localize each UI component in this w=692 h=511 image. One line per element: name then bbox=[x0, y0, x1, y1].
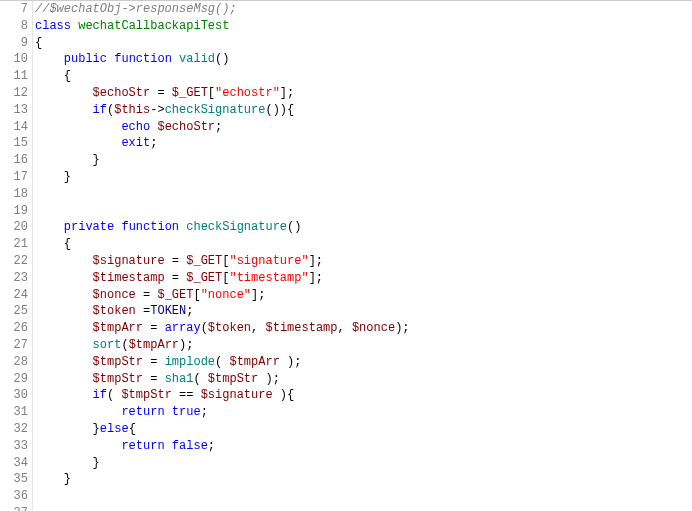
token-txt bbox=[35, 220, 64, 234]
token-txt: == bbox=[172, 388, 201, 402]
code-line: $nonce = $_GET["nonce"]; bbox=[35, 287, 692, 304]
line-number: 28 bbox=[0, 354, 28, 371]
token-kw: public bbox=[64, 52, 107, 66]
token-fn: implode bbox=[165, 355, 215, 369]
token-txt: } bbox=[35, 456, 100, 470]
token-txt: ]; bbox=[309, 271, 323, 285]
line-number: 18 bbox=[0, 186, 28, 203]
code-line: $token =TOKEN; bbox=[35, 303, 692, 320]
token-var: $nonce bbox=[93, 288, 136, 302]
token-var: $this bbox=[114, 103, 150, 117]
code-line: return false; bbox=[35, 438, 692, 455]
token-kw: array bbox=[165, 321, 201, 335]
token-var: $tmpArr bbox=[129, 338, 179, 352]
token-txt: ); bbox=[179, 338, 193, 352]
token-txt bbox=[35, 52, 64, 66]
token-txt: = bbox=[143, 321, 165, 335]
code-line: if( $tmpStr == $signature ){ bbox=[35, 387, 692, 404]
token-str: "timestamp" bbox=[229, 271, 308, 285]
token-txt bbox=[35, 304, 93, 318]
token-txt: ); bbox=[258, 372, 280, 386]
token-txt bbox=[35, 321, 93, 335]
token-txt bbox=[172, 52, 179, 66]
line-number: 22 bbox=[0, 253, 28, 270]
code-line: //$wechatObj->responseMsg(); bbox=[35, 1, 692, 18]
token-kw: false bbox=[172, 439, 208, 453]
token-str: "echostr" bbox=[215, 86, 280, 100]
token-var: $signature bbox=[93, 254, 165, 268]
token-txt: () bbox=[287, 220, 301, 234]
code-line: } bbox=[35, 152, 692, 169]
token-var: $token bbox=[93, 304, 136, 318]
token-txt: } bbox=[35, 153, 100, 167]
token-txt: ; bbox=[208, 439, 215, 453]
code-line: if($this->checkSignature()){ bbox=[35, 102, 692, 119]
line-number: 31 bbox=[0, 404, 28, 421]
code-line: } bbox=[35, 471, 692, 488]
token-txt bbox=[35, 355, 93, 369]
token-txt: { bbox=[35, 237, 71, 251]
token-txt: = bbox=[136, 288, 158, 302]
token-var: $_GET bbox=[157, 288, 193, 302]
code-line bbox=[35, 505, 692, 511]
token-var: $_GET bbox=[186, 254, 222, 268]
token-var: $_GET bbox=[186, 271, 222, 285]
token-txt: = bbox=[165, 271, 187, 285]
code-line: $echoStr = $_GET["echostr"]; bbox=[35, 85, 692, 102]
code-line: $timestamp = $_GET["timestamp"]; bbox=[35, 270, 692, 287]
token-txt: ( bbox=[193, 372, 207, 386]
token-kw: return bbox=[121, 405, 164, 419]
token-txt bbox=[35, 136, 121, 150]
code-area[interactable]: //$wechatObj->responseMsg();class wechat… bbox=[33, 1, 692, 511]
token-txt: ){ bbox=[273, 388, 295, 402]
token-fn: sort bbox=[93, 338, 122, 352]
line-number: 7 bbox=[0, 1, 28, 18]
token-kw: true bbox=[172, 405, 201, 419]
line-number: 15 bbox=[0, 135, 28, 152]
token-var: $echoStr bbox=[157, 120, 215, 134]
token-txt: -> bbox=[150, 103, 164, 117]
token-txt: { bbox=[35, 69, 71, 83]
token-kw: private bbox=[64, 220, 114, 234]
token-txt bbox=[35, 103, 93, 117]
code-line: $tmpArr = array($token, $timestamp, $non… bbox=[35, 320, 692, 337]
token-fn: checkSignature bbox=[186, 220, 287, 234]
token-var: $timestamp bbox=[265, 321, 337, 335]
token-kw: function bbox=[114, 52, 172, 66]
line-number: 13 bbox=[0, 102, 28, 119]
token-var: $nonce bbox=[352, 321, 395, 335]
token-txt bbox=[35, 372, 93, 386]
line-number: 21 bbox=[0, 236, 28, 253]
code-line: return true; bbox=[35, 404, 692, 421]
code-line: echo $echoStr; bbox=[35, 119, 692, 136]
line-number: 20 bbox=[0, 219, 28, 236]
token-txt bbox=[35, 405, 121, 419]
code-line: $tmpStr = sha1( $tmpStr ); bbox=[35, 371, 692, 388]
code-line bbox=[35, 488, 692, 505]
code-line: private function checkSignature() bbox=[35, 219, 692, 236]
token-txt: ( bbox=[201, 321, 208, 335]
token-txt: = bbox=[143, 372, 165, 386]
token-txt: ); bbox=[395, 321, 409, 335]
token-var: $tmpArr bbox=[93, 321, 143, 335]
token-txt: { bbox=[129, 422, 136, 436]
line-number: 17 bbox=[0, 169, 28, 186]
token-var: $tmpArr bbox=[229, 355, 279, 369]
line-number: 19 bbox=[0, 203, 28, 220]
token-mtd: checkSignature bbox=[165, 103, 266, 117]
token-const: TOKEN bbox=[150, 304, 186, 318]
code-line: { bbox=[35, 236, 692, 253]
code-line: { bbox=[35, 35, 692, 52]
token-txt bbox=[35, 439, 121, 453]
token-txt: = bbox=[150, 86, 172, 100]
code-line: sort($tmpArr); bbox=[35, 337, 692, 354]
token-txt: [ bbox=[208, 86, 215, 100]
token-str: "signature" bbox=[229, 254, 308, 268]
code-line: } bbox=[35, 169, 692, 186]
token-var: $tmpStr bbox=[208, 372, 258, 386]
token-kw: exit bbox=[121, 136, 150, 150]
line-number: 14 bbox=[0, 119, 28, 136]
line-number: 9 bbox=[0, 35, 28, 52]
token-kw: return bbox=[121, 439, 164, 453]
token-var: $tmpStr bbox=[121, 388, 171, 402]
